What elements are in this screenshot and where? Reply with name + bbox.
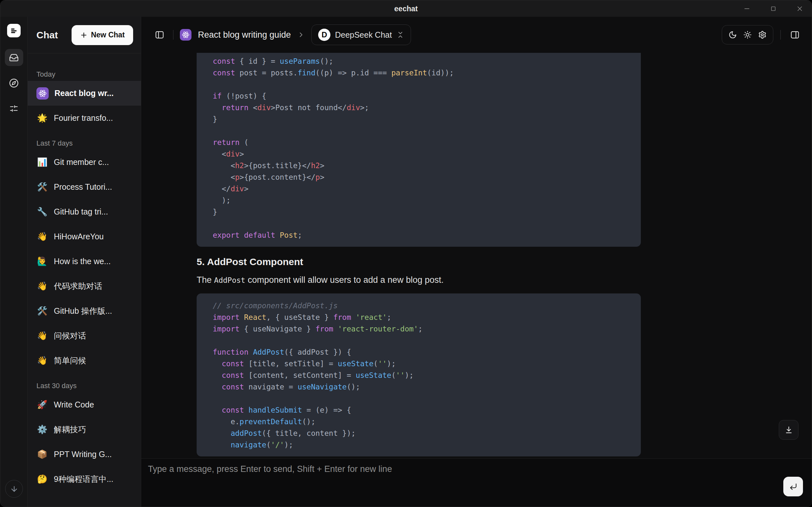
app-body: Chat New Chat Today React blog wr... 🌟 F… — [0, 17, 812, 507]
maximize-icon — [770, 5, 776, 12]
chat-item-label: How is the we... — [54, 257, 111, 266]
chat-item-simple-greeting[interactable]: 👋 简单问候 — [28, 348, 141, 373]
section-label-last-7-days: Last 7 days — [28, 137, 141, 150]
arrow-down-to-line-icon — [784, 426, 793, 434]
window-controls — [741, 0, 806, 17]
chat-item-emoji: 👋 — [37, 331, 48, 341]
chat-item-label: 9种编程语言中... — [54, 474, 113, 485]
composer — [141, 458, 812, 507]
panel-left-icon — [155, 30, 164, 40]
nav-chats-button[interactable] — [5, 49, 23, 66]
moon-icon — [728, 31, 737, 39]
rail-scroll-down-button[interactable] — [5, 480, 23, 498]
chat-item-react-blog[interactable]: React blog wr... — [28, 81, 141, 106]
gear-icon — [758, 31, 767, 39]
message-scroll-area[interactable]: const { id } = useParams();const post = … — [141, 53, 812, 458]
chat-item-greeting-chat[interactable]: 👋 问候对话 — [28, 323, 141, 348]
chat-item-label: Process Tutori... — [54, 182, 112, 192]
chat-item-decoupling[interactable]: ⚙️ 解耦技巧 — [28, 417, 141, 442]
react-atom-icon — [37, 87, 49, 100]
panel-right-icon — [790, 30, 800, 40]
chat-item-github-tag[interactable]: 🔧 GitHub tag tri... — [28, 200, 141, 224]
chat-item-label: GitHub 操作版... — [54, 306, 112, 316]
dark-mode-button[interactable] — [725, 27, 740, 42]
chat-item-label: React blog wr... — [54, 89, 113, 98]
chat-item-emoji: 👋 — [37, 356, 48, 365]
chat-item-emoji: 🙋‍♂️ — [37, 257, 48, 266]
chat-item-emoji: 👋 — [37, 232, 48, 241]
chat-title: React blog writing guide — [198, 30, 291, 40]
chat-header: React blog writing guide D DeepSeek Chat — [141, 17, 812, 53]
chat-item-label: Fourier transfo... — [54, 113, 113, 123]
sidebar: Chat New Chat Today React blog wr... 🌟 F… — [28, 17, 141, 507]
chat-item-code-help[interactable]: 👋 代码求助对话 — [28, 274, 141, 298]
app-window: eechat — [0, 0, 812, 507]
chat-item-label: HiHowAreYou — [54, 232, 104, 241]
chat-item-emoji: 🔧 — [37, 207, 48, 217]
chat-item-emoji: 🤔 — [37, 474, 48, 484]
sidebar-title: Chat — [37, 30, 58, 41]
code-block-post-component: const { id } = useParams();const post = … — [197, 53, 641, 247]
chevrons-down-up-icon — [397, 31, 404, 39]
chat-item-label: GitHub tag tri... — [54, 207, 108, 217]
sliders-icon — [9, 104, 18, 113]
react-atom-icon — [180, 29, 192, 41]
scroll-to-bottom-button[interactable] — [779, 420, 799, 440]
nav-discover-button[interactable] — [5, 74, 23, 92]
toggle-sidebar-button[interactable] — [152, 28, 167, 42]
settings-button[interactable] — [755, 27, 770, 42]
chat-item-process-tutorial[interactable]: 🛠️ Process Tutori... — [28, 175, 141, 200]
theme-toggle-group — [722, 25, 773, 45]
chat-item-label: 代码求助对话 — [54, 281, 102, 291]
toggle-right-panel-button[interactable] — [788, 28, 802, 42]
breadcrumb: React blog writing guide D DeepSeek Chat — [152, 24, 411, 45]
chat-item-label: PPT Writing G... — [54, 450, 112, 459]
send-button[interactable] — [783, 477, 803, 496]
app-logo-button[interactable] — [7, 24, 20, 37]
nav-rail — [0, 17, 28, 507]
assistant-message: const { id } = useParams();const post = … — [197, 53, 641, 456]
app-logo-icon — [10, 26, 18, 35]
inline-code: AddPost — [214, 276, 245, 284]
chat-item-emoji: 🛠️ — [37, 306, 48, 316]
chat-item-label: Write Code — [54, 400, 94, 409]
main-panel: React blog writing guide D DeepSeek Chat — [141, 17, 812, 507]
code-block-addpost-component: // src/components/AddPost.jsimport React… — [197, 293, 641, 456]
chat-item-emoji: 📦 — [37, 449, 48, 459]
chat-item-emoji: 🌟 — [37, 113, 48, 123]
enter-icon — [789, 483, 798, 491]
model-selector[interactable]: D DeepSeek Chat — [311, 24, 411, 45]
chat-item-fourier[interactable]: 🌟 Fourier transfo... — [28, 106, 141, 130]
chat-item-how-is-the-we[interactable]: 🙋‍♂️ How is the we... — [28, 249, 141, 274]
section-label-today: Today — [28, 68, 141, 81]
nav-settings-button[interactable] — [5, 100, 23, 117]
message-input[interactable] — [148, 463, 760, 501]
light-mode-button[interactable] — [740, 27, 755, 42]
section-label-last-30-days: Last 30 days — [28, 380, 141, 392]
new-chat-button[interactable]: New Chat — [71, 25, 133, 45]
chat-item-label: Git member c... — [54, 158, 109, 167]
chat-item-write-code[interactable]: 🚀 Write Code — [28, 392, 141, 417]
new-chat-label: New Chat — [91, 31, 125, 39]
chevron-right-icon — [297, 31, 305, 39]
chat-item-github-ops[interactable]: 🛠️ GitHub 操作版... — [28, 298, 141, 323]
chat-item-label: 问候对话 — [54, 331, 86, 341]
chat-item-hihowareyou[interactable]: 👋 HiHowAreYou — [28, 224, 141, 249]
window-title: eechat — [394, 4, 418, 13]
minimize-button[interactable] — [741, 3, 753, 15]
close-button[interactable] — [794, 3, 806, 15]
chat-item-emoji: ⚙️ — [37, 425, 48, 435]
chat-item-ppt-writing[interactable]: 📦 PPT Writing G... — [28, 442, 141, 467]
chat-item-emoji: 📊 — [37, 157, 48, 167]
header-divider — [173, 30, 173, 40]
section-heading: 5. AddPost Component — [197, 257, 641, 267]
chat-item-emoji: 👋 — [37, 281, 48, 291]
close-icon — [796, 5, 803, 12]
chat-item-git-member[interactable]: 📊 Git member c... — [28, 150, 141, 175]
model-name: DeepSeek Chat — [335, 30, 392, 40]
minimize-icon — [743, 5, 751, 12]
titlebar: eechat — [0, 0, 812, 17]
chat-item-9-languages[interactable]: 🤔 9种编程语言中... — [28, 467, 141, 492]
maximize-button[interactable] — [767, 3, 779, 15]
chat-item-emoji: 🛠️ — [37, 182, 48, 192]
